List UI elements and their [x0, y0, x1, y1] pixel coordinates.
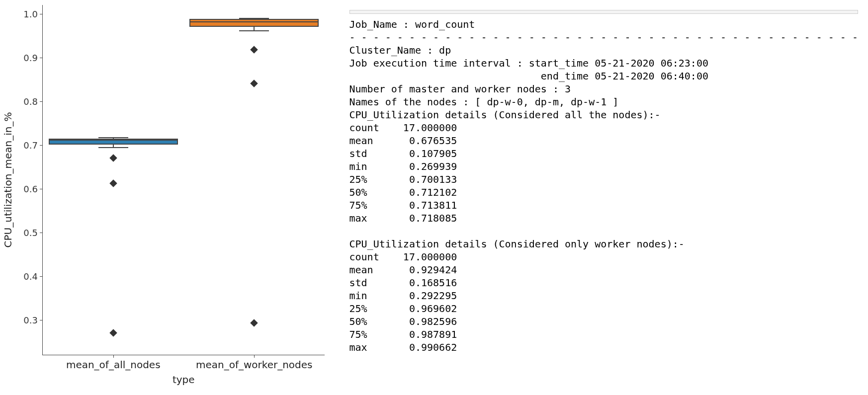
y-tick-label: 0.9 — [18, 52, 38, 63]
outlier-marker — [109, 179, 117, 187]
boxplot-box — [189, 5, 319, 355]
worker-stats-50: 50% 0.982596 — [349, 316, 457, 327]
nodes-count-line: Number of master and worker nodes : 3 — [349, 83, 571, 95]
all-stats-max: max 0.718085 — [349, 212, 457, 224]
all-stats-min: min 0.269939 — [349, 160, 457, 172]
report-panel: Job_Name : word_count - - - - - - - - - … — [335, 0, 868, 395]
x-tick-label: mean_of_worker_nodes — [196, 359, 313, 371]
outlier-marker — [109, 329, 117, 337]
worker-stats-mean: mean 0.929424 — [349, 264, 457, 276]
all-stats-50: 50% 0.712102 — [349, 186, 457, 198]
x-axis-label: type — [173, 374, 195, 386]
all-stats-25: 25% 0.700133 — [349, 173, 457, 185]
outlier-marker — [250, 46, 258, 54]
all-stats-header: CPU_Utilization details (Considered all … — [349, 109, 661, 121]
worker-stats-header: CPU_Utilization details (Considered only… — [349, 238, 685, 250]
worker-stats-max: max 0.990662 — [349, 341, 457, 353]
worker-stats-75: 75% 0.987891 — [349, 328, 457, 340]
x-tick-label: mean_of_all_nodes — [66, 359, 161, 371]
boxplot-panel: CPU_utilization_mean_in_% type 0.30.40.5… — [0, 0, 335, 395]
worker-stats-25: 25% 0.969602 — [349, 303, 457, 315]
nodes-names-line: Names of the nodes : [ dp-w-0, dp-m, dp-… — [349, 96, 619, 108]
worker-stats-count: count 17.000000 — [349, 251, 457, 263]
outlier-marker — [250, 319, 258, 327]
y-tick-label: 1.0 — [18, 8, 38, 19]
all-stats-std: std 0.107905 — [349, 148, 457, 159]
y-tick-label: 0.7 — [18, 140, 38, 150]
worker-stats-min: min 0.292295 — [349, 290, 457, 302]
all-stats-count: count 17.000000 — [349, 122, 457, 134]
cluster-name-line: Cluster_Name : dp — [349, 44, 451, 56]
y-axis-label: CPU_utilization_mean_in_% — [2, 112, 14, 248]
interval-end-line: end_time 05-21-2020 06:40:00 — [349, 70, 708, 82]
worker-stats-std: std 0.168516 — [349, 277, 457, 289]
outlier-marker — [250, 80, 258, 88]
all-stats-75: 75% 0.713811 — [349, 199, 457, 211]
y-tick-label: 0.4 — [18, 271, 38, 281]
y-tick-label: 0.3 — [18, 315, 38, 325]
report-divider: - - - - - - - - - - - - - - - - - - - - … — [349, 31, 859, 43]
all-stats-mean: mean 0.676535 — [349, 135, 457, 147]
y-tick-label: 0.5 — [18, 227, 38, 237]
interval-start-line: Job execution time interval : start_time… — [349, 57, 708, 69]
y-tick-label: 0.8 — [18, 96, 38, 106]
y-tick-label: 0.6 — [18, 183, 38, 194]
report-top-divider — [349, 10, 859, 14]
outlier-marker — [109, 154, 117, 162]
plot-area: CPU_utilization_mean_in_% type 0.30.40.5… — [42, 5, 325, 355]
boxplot-box — [49, 5, 178, 355]
job-name-line: Job_Name : word_count — [349, 18, 475, 30]
